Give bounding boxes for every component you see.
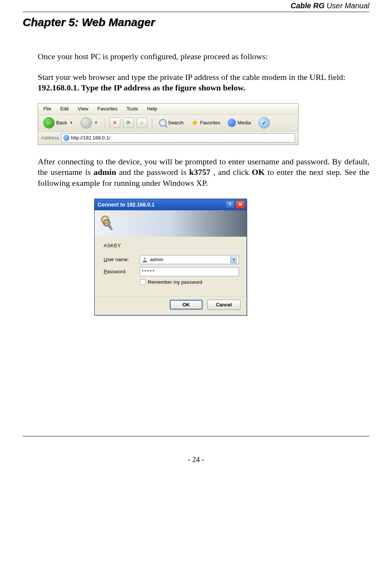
ie-icon bbox=[63, 135, 69, 141]
favorites-button[interactable]: ★ Favorites bbox=[189, 117, 222, 129]
paragraph-2: Start your web browser and type the priv… bbox=[38, 72, 369, 93]
help-icon: ? bbox=[228, 202, 231, 207]
browser-screenshot: File Edit View Favorites Tools Help ← Ba… bbox=[38, 103, 299, 145]
product-name: Cable RG bbox=[291, 2, 325, 10]
chapter-title: Chapter 5: Web Manager bbox=[23, 16, 369, 29]
close-icon: ✕ bbox=[238, 202, 242, 207]
address-bar-row: Address http://192.168.0.1/ bbox=[38, 132, 298, 145]
separator bbox=[105, 118, 105, 128]
password-value: ***** bbox=[142, 269, 155, 274]
dialog-title: Connect to 192.168.0.1 bbox=[98, 202, 155, 208]
password-field[interactable]: ***** bbox=[140, 267, 239, 276]
header-suffix: User Manual bbox=[327, 2, 369, 10]
address-bar[interactable]: http://192.168.0.1/ bbox=[61, 133, 295, 142]
address-label: Address bbox=[41, 135, 59, 141]
separator bbox=[152, 118, 152, 128]
username-field[interactable]: admin ▼ bbox=[140, 255, 239, 264]
dialog-banner bbox=[95, 210, 247, 237]
remember-label: Remember my password bbox=[148, 279, 202, 285]
menu-view[interactable]: View bbox=[78, 106, 88, 112]
close-button[interactable]: ✕ bbox=[236, 200, 245, 209]
paragraph-3: After connecting to the device, you will… bbox=[38, 156, 369, 189]
browser-menu-bar: File Edit View Favorites Tools Help bbox=[38, 104, 298, 115]
media-button[interactable]: Media bbox=[225, 118, 253, 128]
svg-point-4 bbox=[144, 257, 146, 260]
search-button[interactable]: Search bbox=[157, 118, 186, 127]
paragraph-1: Once your host PC is properly configured… bbox=[38, 51, 369, 62]
chevron-down-icon[interactable]: ▼ bbox=[230, 256, 237, 263]
dialog-titlebar[interactable]: Connect to 192.168.0.1 ? ✕ bbox=[95, 199, 247, 210]
auth-realm: ASKEY bbox=[104, 243, 239, 248]
stop-button[interactable]: ✕ bbox=[110, 118, 120, 128]
browser-toolbar: ← Back ▼ → ▼ ✕ ⟳ ⌂ Search bbox=[38, 115, 298, 132]
search-icon bbox=[159, 119, 167, 127]
back-button[interactable]: ← Back ▼ bbox=[41, 116, 75, 129]
menu-favorites[interactable]: Favorites bbox=[97, 106, 117, 112]
ok-button[interactable]: OK bbox=[170, 300, 203, 310]
stop-icon: ✕ bbox=[113, 120, 117, 125]
star-icon: ★ bbox=[191, 118, 199, 128]
refresh-icon: ⟳ bbox=[126, 120, 130, 125]
forward-arrow-icon: → bbox=[81, 117, 92, 129]
page-number: - 24 - bbox=[188, 455, 204, 464]
menu-tools[interactable]: Tools bbox=[127, 106, 138, 112]
chevron-down-icon: ▼ bbox=[94, 121, 98, 125]
auth-dialog: Connect to 192.168.0.1 ? ✕ ASKEY bbox=[94, 199, 247, 315]
username-label: User name: bbox=[104, 257, 140, 262]
running-header: Cable RG User Manual bbox=[23, 0, 369, 12]
history-button[interactable]: ✓ bbox=[256, 116, 272, 129]
person-icon bbox=[142, 257, 148, 263]
history-icon: ✓ bbox=[259, 117, 270, 129]
help-button[interactable]: ? bbox=[225, 200, 234, 209]
forward-button[interactable]: → ▼ bbox=[78, 116, 100, 129]
refresh-button[interactable]: ⟳ bbox=[123, 118, 134, 128]
remember-checkbox[interactable] bbox=[140, 279, 145, 285]
home-icon: ⌂ bbox=[141, 120, 144, 125]
back-arrow-icon: ← bbox=[43, 117, 55, 129]
media-icon bbox=[228, 119, 236, 127]
password-label: Password: bbox=[104, 269, 140, 274]
home-button[interactable]: ⌂ bbox=[137, 118, 147, 128]
menu-help[interactable]: Help bbox=[147, 106, 157, 112]
page-footer: - 24 - bbox=[23, 436, 369, 464]
address-value: http://192.168.0.1/ bbox=[71, 135, 110, 141]
cancel-button[interactable]: Cancel bbox=[207, 300, 240, 310]
username-value: admin bbox=[150, 257, 163, 262]
menu-edit[interactable]: Edit bbox=[60, 106, 69, 112]
keys-icon bbox=[99, 214, 117, 233]
chevron-down-icon: ▼ bbox=[69, 121, 73, 125]
menu-file[interactable]: File bbox=[43, 106, 51, 112]
